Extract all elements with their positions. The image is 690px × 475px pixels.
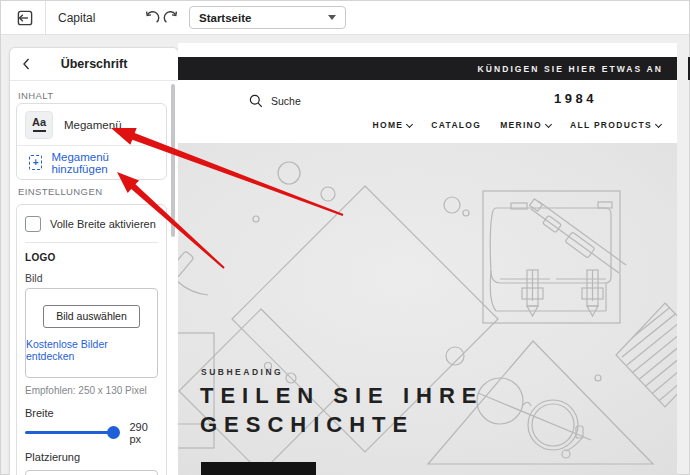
- site-title: Capital: [58, 11, 95, 25]
- nav-item-all-products[interactable]: ALL PRODUCTS: [570, 120, 661, 130]
- page-selector-value: Startseite: [199, 12, 328, 24]
- hero-cta-button[interactable]: [201, 462, 316, 475]
- section-label-inhalt: INHALT: [18, 90, 53, 101]
- hero-subheading: SUBHEADING: [201, 367, 283, 377]
- toolbar-divider: [45, 1, 46, 34]
- image-field-label: Bild: [25, 272, 158, 284]
- select-image-button[interactable]: Bild auswählen: [43, 305, 140, 328]
- panel-header: Überschrift: [10, 48, 178, 81]
- width-slider[interactable]: [25, 431, 118, 434]
- nav-item-catalog[interactable]: CATALOG: [431, 120, 481, 130]
- logo-section-label: LOGO: [25, 252, 158, 263]
- panel-title: Überschrift: [61, 57, 128, 71]
- announcement-text: KÜNDIGEN SIE HIER ETWAS AN: [477, 64, 663, 74]
- site-header: Suche 1984 HOME CATALOG MERINO ALL PRODU…: [178, 80, 677, 143]
- site-nav: HOME CATALOG MERINO ALL PRODUCTS: [373, 120, 661, 130]
- exit-editor-button[interactable]: [14, 7, 35, 28]
- full-width-checkbox[interactable]: [25, 216, 41, 232]
- chevron-down-icon: [545, 120, 552, 127]
- site-logo[interactable]: 1984: [554, 91, 597, 106]
- full-width-toggle-row[interactable]: Volle Breite aktivieren: [25, 216, 158, 232]
- chevron-down-icon: [406, 120, 413, 127]
- hero-heading-line2: GESCHICHTE: [200, 410, 483, 439]
- content-card: Aa Megamenü + Megamenü hinzufügen: [16, 103, 167, 180]
- site-canvas: KÜNDIGEN SIE HIER ETWAS AN Suche 1984 HO…: [178, 43, 677, 475]
- exit-icon: [15, 8, 35, 28]
- workspace: Überschrift INHALT Aa Megamenü + Megamen…: [1, 35, 689, 474]
- undo-button[interactable]: [142, 9, 160, 27]
- editor-toolbar: Capital Startseite: [1, 1, 689, 35]
- hero-heading: TEILEN SIE IHRE GESCHICHTE: [200, 381, 483, 439]
- add-megamenu-label: Megamenü hinzufügen: [51, 151, 154, 175]
- editor-window: Capital Startseite: [0, 0, 690, 475]
- full-width-label: Volle Breite aktivieren: [50, 218, 156, 230]
- section-label-einstellungen: EINSTELLUNGEN: [18, 186, 102, 197]
- width-label: Breite: [25, 407, 158, 419]
- redo-button[interactable]: [163, 9, 181, 27]
- megamenu-item-label: Megamenü: [64, 119, 122, 131]
- announcement-bar[interactable]: KÜNDIGEN SIE HIER ETWAS AN: [178, 57, 677, 80]
- nav-item-home[interactable]: HOME: [373, 120, 413, 130]
- placement-select[interactable]: Mitte: [25, 470, 158, 475]
- settings-card: Volle Breite aktivieren LOGO Bild Bild a…: [16, 204, 167, 475]
- hero-section: SUBHEADING TEILEN SIE IHRE GESCHICHTE: [178, 143, 677, 475]
- divider: [25, 242, 158, 243]
- chevron-down-icon: [655, 120, 662, 127]
- search-label: Suche: [271, 95, 301, 107]
- placement-label: Platzierung: [25, 451, 158, 463]
- width-value: 290 px: [129, 421, 158, 445]
- redo-icon: [163, 9, 181, 27]
- header-settings-panel: Überschrift INHALT Aa Megamenü + Megamen…: [9, 47, 179, 475]
- megamenu-item[interactable]: Aa Megamenü: [17, 104, 166, 146]
- site-search[interactable]: Suche: [249, 94, 301, 108]
- recommended-size-text: Empfohlen: 250 x 130 Pixel: [25, 385, 158, 396]
- free-images-link[interactable]: Kostenlose Bilder entdecken: [26, 338, 157, 362]
- text-style-icon: Aa: [25, 111, 53, 139]
- page-selector-dropdown[interactable]: Startseite: [189, 6, 346, 29]
- nav-item-merino[interactable]: MERINO: [500, 120, 551, 130]
- add-dashed-plus-icon: +: [29, 155, 42, 170]
- panel-scrollbar-thumb[interactable]: [171, 84, 175, 237]
- width-slider-handle[interactable]: [107, 426, 120, 439]
- back-button[interactable]: [22, 58, 34, 70]
- undo-icon: [142, 9, 160, 27]
- add-megamenu-button[interactable]: + Megamenü hinzufügen: [17, 146, 166, 179]
- logo-image-dropzone[interactable]: Bild auswählen Kostenlose Bilder entdeck…: [25, 288, 158, 378]
- search-icon: [249, 94, 263, 108]
- chevron-down-icon: [328, 15, 336, 20]
- width-slider-row: 290 px: [25, 426, 158, 439]
- hero-heading-line1: TEILEN SIE IHRE: [200, 381, 483, 410]
